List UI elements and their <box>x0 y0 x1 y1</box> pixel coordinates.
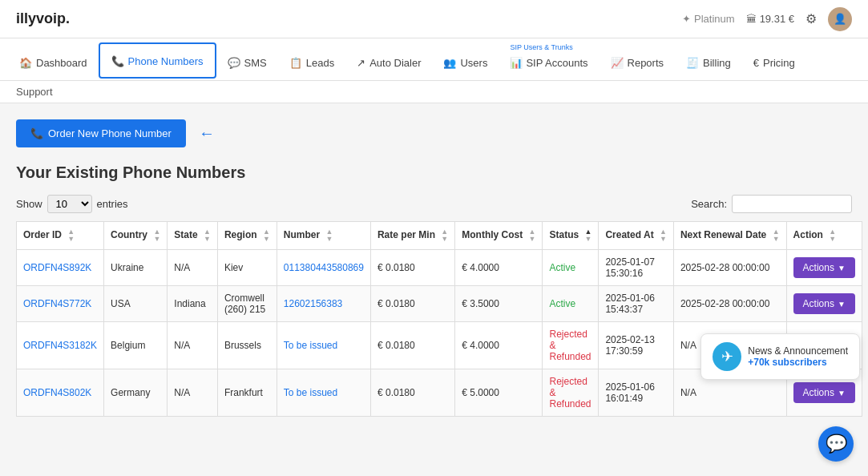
col-header-order-id[interactable]: Order ID ▲▼ <box>17 222 104 250</box>
nav-item-auto-dialer[interactable]: ↗ Auto Dialer <box>345 46 432 80</box>
cell-number-0: 011380443580869 <box>277 250 370 286</box>
cell-order-id-1: ORDFN4S772K <box>17 286 104 322</box>
status-badge-1: Active <box>549 298 575 309</box>
settings-button[interactable]: ⚙ <box>805 11 817 26</box>
number-link-2[interactable]: To be issued <box>284 340 337 351</box>
nav-bar: 🏠 Dashboard 📞 Phone Numbers 💬 SMS 📋 Lead… <box>0 38 868 81</box>
nav-item-sms[interactable]: 💬 SMS <box>216 46 278 80</box>
cell-status-0: Active <box>543 250 599 286</box>
reports-icon: 📈 <box>611 57 624 69</box>
nav-item-sip-accounts[interactable]: SIP Users & Trunks 📊 SIP Accounts <box>499 38 599 80</box>
order-btn-row: 📞 Order New Phone Number ← <box>16 119 852 147</box>
order-id-link-1[interactable]: ORDFN4S772K <box>23 298 91 309</box>
nav-label-sip-accounts: SIP Accounts <box>526 57 587 69</box>
sort-arrows-rate: ▲▼ <box>441 228 448 243</box>
order-id-link-2[interactable]: ORDFN4S3182K <box>23 340 97 351</box>
cell-rate-0: € 0.0180 <box>370 250 454 286</box>
order-new-phone-number-button[interactable]: 📞 Order New Phone Number <box>16 119 186 147</box>
search-box: Search: <box>691 195 852 213</box>
nav-item-phone-numbers[interactable]: 📞 Phone Numbers <box>99 42 216 79</box>
avatar[interactable]: 👤 <box>828 7 852 31</box>
actions-button-1[interactable]: Actions ▼ <box>793 293 855 314</box>
nav-item-billing[interactable]: 🧾 Billing <box>675 46 742 80</box>
cell-action-0: Actions ▼ <box>786 250 862 286</box>
show-label: Show <box>16 198 42 210</box>
sort-arrows-renewal: ▲▼ <box>773 228 780 243</box>
col-header-monthly-cost[interactable]: Monthly Cost ▲▼ <box>455 222 543 250</box>
cell-rate-1: € 0.0180 <box>370 286 454 322</box>
col-header-state[interactable]: State ▲▼ <box>168 222 218 250</box>
number-link-3[interactable]: To be issued <box>284 387 337 398</box>
col-header-rate[interactable]: Rate per Min ▲▼ <box>370 222 454 250</box>
telegram-popup[interactable]: ✈ News & Announcement +70k subscribers <box>700 333 860 380</box>
nav-item-pricing[interactable]: € Pricing <box>742 46 806 80</box>
leads-icon: 📋 <box>289 57 302 69</box>
billing-nav-icon: 🧾 <box>686 57 699 69</box>
number-link-1[interactable]: 12602156383 <box>284 298 342 309</box>
actions-button-0[interactable]: Actions ▼ <box>793 257 855 278</box>
main-content: 📞 Order New Phone Number ← Your Existing… <box>0 103 868 433</box>
table-controls: Show 10 25 50 100 entries Search: <box>16 195 852 213</box>
col-header-region[interactable]: Region ▲▼ <box>217 222 277 250</box>
col-header-renewal[interactable]: Next Renewal Date ▲▼ <box>673 222 786 250</box>
order-id-link-3[interactable]: ORDFN4S802K <box>23 387 91 398</box>
nav-item-dashboard[interactable]: 🏠 Dashboard <box>8 46 99 80</box>
nav-label-sms: SMS <box>244 57 267 69</box>
sip-sublabel: SIP Users & Trunks <box>510 43 572 51</box>
cell-state-1: Indiana <box>168 286 218 322</box>
pricing-icon: € <box>753 57 759 69</box>
sort-arrows-country: ▲▼ <box>153 228 160 243</box>
order-id-link-0[interactable]: ORDFN4S892K <box>23 262 91 273</box>
entries-select[interactable]: 10 25 50 100 <box>47 195 92 213</box>
search-input[interactable] <box>732 195 852 213</box>
cell-number-2: To be issued <box>277 322 370 369</box>
cell-monthly-0: € 4.0000 <box>455 250 543 286</box>
balance-value: 19.31 € <box>760 13 794 25</box>
col-header-status[interactable]: Status ▲▼ <box>543 222 599 250</box>
cell-monthly-3: € 5.0000 <box>455 369 543 417</box>
cell-state-3: N/A <box>168 369 218 417</box>
status-badge-2: Rejected & Refunded <box>549 329 591 362</box>
cell-created-1: 2025-01-06 15:43:37 <box>599 286 674 322</box>
cell-order-id-0: ORDFN4S892K <box>17 250 104 286</box>
col-header-number[interactable]: Number ▲▼ <box>277 222 370 250</box>
cell-action-1: Actions ▼ <box>786 286 862 322</box>
phone-numbers-table: Order ID ▲▼ Country ▲▼ State ▲▼ Region ▲… <box>16 221 862 417</box>
col-header-action[interactable]: Action ▲▼ <box>786 222 862 250</box>
search-label: Search: <box>691 198 727 210</box>
brand-logo: illyvoip. <box>16 10 70 27</box>
col-header-created[interactable]: Created At ▲▼ <box>599 222 674 250</box>
cell-status-3: Rejected & Refunded <box>543 369 599 417</box>
support-row: Support <box>0 81 868 103</box>
phone-icon: 📞 <box>111 55 124 67</box>
nav-label-users: Users <box>460 57 487 69</box>
actions-caret-3: ▼ <box>838 389 846 397</box>
plan-badge: ✦ Platinum <box>682 13 735 25</box>
nav-item-users[interactable]: 👥 Users <box>432 46 499 80</box>
nav-item-leads[interactable]: 📋 Leads <box>278 46 345 80</box>
col-header-country[interactable]: Country ▲▼ <box>104 222 168 250</box>
number-link-0[interactable]: 011380443580869 <box>284 262 364 273</box>
telegram-icon: ✈ <box>713 342 741 371</box>
cell-state-0: N/A <box>168 250 218 286</box>
actions-button-3[interactable]: Actions ▼ <box>793 382 855 403</box>
top-header: illyvoip. ✦ Platinum 🏛 19.31 € ⚙ 👤 <box>0 0 868 38</box>
support-link[interactable]: Support <box>16 86 53 98</box>
cell-order-id-3: ORDFN4S802K <box>17 369 104 417</box>
nav-label-phone-numbers: Phone Numbers <box>128 55 204 67</box>
telegram-subscribers: +70k subscribers <box>748 357 848 368</box>
telegram-label: News & Announcement <box>748 345 848 357</box>
cell-region-3: Frankfurt <box>217 369 277 417</box>
nav-item-reports[interactable]: 📈 Reports <box>600 46 676 80</box>
status-badge-0: Active <box>549 262 575 273</box>
sort-arrows-created: ▲▼ <box>660 228 667 243</box>
nav-label-billing: Billing <box>703 57 731 69</box>
cell-renewal-1: 2025-02-28 00:00:00 <box>673 286 786 322</box>
cell-rate-3: € 0.0180 <box>370 369 454 417</box>
cell-renewal-0: 2025-02-28 00:00:00 <box>673 250 786 286</box>
cell-region-2: Brussels <box>217 322 277 369</box>
table-row: ORDFN4S772K USA Indiana Cromwell (260) 2… <box>17 286 862 322</box>
cell-region-0: Kiev <box>217 250 277 286</box>
nav-label-leads: Leads <box>306 57 334 69</box>
arrow-indicator: ← <box>199 124 215 143</box>
